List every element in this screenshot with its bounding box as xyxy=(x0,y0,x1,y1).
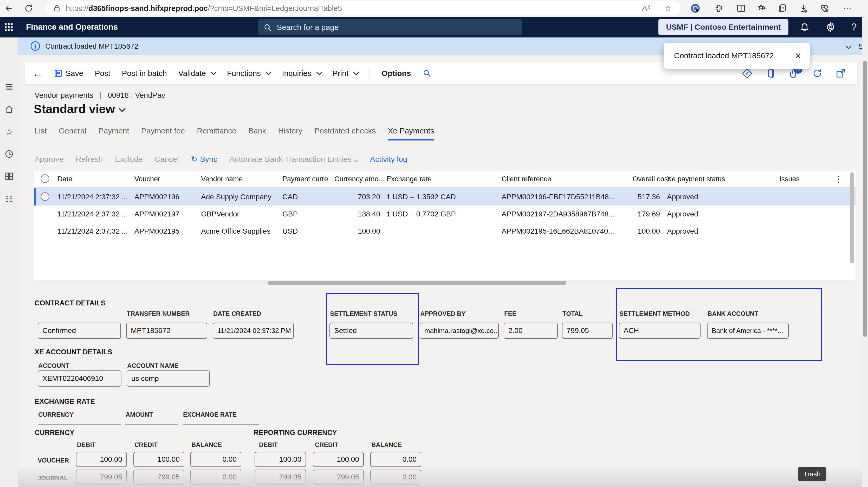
add-to-collection-icon[interactable] xyxy=(777,3,788,14)
column-header-currency-amount[interactable]: Currency amo... xyxy=(334,171,384,187)
message-bar-collapse-icon[interactable] xyxy=(847,37,850,55)
voucher-reporting-balance-field[interactable]: 0.00 xyxy=(370,452,421,467)
journal-balance-field[interactable]: 0.00 xyxy=(190,469,241,485)
sync-button[interactable]: ↻Sync xyxy=(191,155,217,164)
hamburger-menu-icon[interactable] xyxy=(4,82,14,92)
recent-clock-icon[interactable] xyxy=(4,149,14,159)
journal-reporting-credit-field[interactable]: 799.05 xyxy=(313,469,364,485)
breadcrumb-module[interactable]: Vendor payments xyxy=(35,91,93,99)
tab-postdated-checks[interactable]: Postdated checks xyxy=(314,126,376,139)
page-title[interactable]: Standard view xyxy=(34,102,125,116)
table-row[interactable]: 11/21/2024 2:37:32 ... APPM002197 GBPVen… xyxy=(34,206,856,223)
tab-bank[interactable]: Bank xyxy=(248,126,266,139)
exclude-button[interactable]: Exclude xyxy=(115,155,143,164)
tab-list[interactable]: List xyxy=(35,126,47,139)
page-scrollbar-thumb[interactable] xyxy=(863,61,867,337)
extensions-icon[interactable] xyxy=(713,3,724,14)
inquiries-menu-button[interactable]: Inquiries xyxy=(282,69,321,78)
attachments-button[interactable]: 0 xyxy=(789,68,799,78)
column-header-client-reference[interactable]: Client reference xyxy=(502,171,551,187)
grid-horizontal-scrollbar[interactable] xyxy=(34,280,856,285)
column-header-issues[interactable]: Issues xyxy=(760,171,800,187)
transfer-number-field[interactable]: MPT185672 xyxy=(126,323,207,339)
toast-close-icon[interactable]: × xyxy=(795,43,801,69)
journal-reporting-debit-field[interactable]: 799.05 xyxy=(255,469,306,485)
personalize-icon[interactable] xyxy=(742,68,752,78)
cell-voucher[interactable]: APPM002196 xyxy=(134,188,179,206)
table-row[interactable]: 11/21/2024 2:37:32 ... APPM002195 Acme O… xyxy=(34,223,856,240)
voucher-reporting-credit-field[interactable]: 100.00 xyxy=(313,452,364,467)
tab-payment[interactable]: Payment xyxy=(98,126,129,139)
account-field[interactable]: XEMT0220406910 xyxy=(38,370,121,387)
waffle-icon[interactable] xyxy=(3,21,14,33)
modules-list-icon[interactable] xyxy=(4,194,14,204)
tab-general[interactable]: General xyxy=(59,126,87,139)
post-button[interactable]: Post xyxy=(95,69,110,78)
approve-button[interactable]: Approve xyxy=(35,155,64,164)
home-icon[interactable] xyxy=(4,104,14,114)
browser-back-icon[interactable] xyxy=(3,3,14,14)
select-all-checkbox[interactable] xyxy=(40,174,50,183)
office-icon[interactable] xyxy=(766,68,775,78)
tab-history[interactable]: History xyxy=(278,126,302,139)
scrollbar-thumb[interactable] xyxy=(268,281,566,285)
tab-xe-payments[interactable]: Xe Payments xyxy=(388,126,434,141)
total-field[interactable]: 799.05 xyxy=(562,323,613,339)
collections-icon[interactable] xyxy=(756,3,768,14)
automate-bank-transactions-button[interactable]: Automate Bank Transaction Entries xyxy=(229,155,358,164)
options-button[interactable]: Options xyxy=(381,69,411,78)
table-row[interactable]: 11/21/2024 2:37:32 ... APPM002196 Ade Su… xyxy=(34,188,856,206)
split-screen-icon[interactable] xyxy=(735,3,747,14)
approved-by-field[interactable]: mahima.rastogi@xe.co... xyxy=(420,323,499,339)
tab-payment-fee[interactable]: Payment fee xyxy=(141,126,185,139)
journal-debit-field[interactable]: 799.05 xyxy=(76,469,127,485)
favorite-star-icon[interactable]: ☆ xyxy=(662,3,674,14)
cancel-button[interactable]: Cancel xyxy=(155,155,179,164)
grid-vertical-scrollbar[interactable] xyxy=(850,172,854,263)
column-header-vendor-name[interactable]: Vendor name xyxy=(201,171,243,187)
functions-menu-button[interactable]: Functions xyxy=(227,69,271,78)
column-header-exchange-rate[interactable]: Exchange rate xyxy=(386,171,432,187)
validate-menu-button[interactable]: Validate xyxy=(178,69,216,78)
workspaces-icon[interactable] xyxy=(4,172,14,181)
grid-menu-icon[interactable]: ⋮ xyxy=(834,171,842,187)
help-icon[interactable]: ? xyxy=(848,21,860,33)
journal-reporting-balance-field[interactable]: 0.00 xyxy=(370,469,421,485)
password-manager-icon[interactable] xyxy=(690,3,701,14)
voucher-credit-field[interactable]: 100.00 xyxy=(133,452,184,467)
tab-remittance[interactable]: Remittance xyxy=(197,126,236,139)
column-header-overall-cost[interactable]: Overall cost xyxy=(633,171,670,187)
page-back-icon[interactable]: ← xyxy=(32,68,43,79)
open-in-new-window-icon[interactable] xyxy=(836,68,846,78)
voucher-balance-field[interactable]: 0.00 xyxy=(190,452,241,467)
print-menu-button[interactable]: Print xyxy=(333,69,358,78)
page-scrollbar[interactable] xyxy=(862,17,868,487)
journal-credit-field[interactable]: 799.05 xyxy=(133,469,184,485)
browser-refresh-icon[interactable] xyxy=(23,3,34,14)
date-created-field[interactable]: 11/21/2024 02:37:32 PM xyxy=(213,323,294,339)
fee-field[interactable]: 2.00 xyxy=(504,323,558,339)
page-search-input[interactable] xyxy=(276,19,511,35)
activity-log-button[interactable]: Activity log xyxy=(370,155,407,164)
browser-essentials-icon[interactable] xyxy=(818,3,830,14)
read-aloud-icon[interactable]: A)) xyxy=(641,3,652,14)
column-header-date[interactable]: Date xyxy=(58,171,72,187)
column-header-xe-payment-status[interactable]: Xe payment status xyxy=(667,171,725,187)
refresh-page-icon[interactable] xyxy=(812,68,822,78)
browser-more-icon[interactable]: ⋯ xyxy=(841,3,853,14)
page-search-box[interactable] xyxy=(258,19,522,35)
address-bar[interactable]: https://d365finops-sand.hifxpreprod.poc/… xyxy=(45,1,680,16)
row-checkbox[interactable] xyxy=(40,192,50,201)
save-button[interactable]: Save xyxy=(54,69,83,78)
cell-voucher[interactable]: APPM002197 xyxy=(134,206,179,223)
company-badge[interactable]: USMF | Contoso Entertainment System USA xyxy=(658,19,788,35)
favorites-star-icon[interactable]: ☆ xyxy=(4,127,14,136)
downloads-icon[interactable] xyxy=(798,3,809,14)
voucher-reporting-debit-field[interactable]: 100.00 xyxy=(255,452,306,467)
contract-status-field[interactable]: Confirmed xyxy=(38,323,121,339)
voucher-debit-field[interactable]: 100.00 xyxy=(76,452,127,467)
settings-gear-icon[interactable] xyxy=(825,21,836,33)
column-header-payment-currency[interactable]: Payment curre... xyxy=(282,171,334,187)
column-header-voucher[interactable]: Voucher xyxy=(134,171,160,187)
post-in-batch-button[interactable]: Post in batch xyxy=(122,69,167,78)
